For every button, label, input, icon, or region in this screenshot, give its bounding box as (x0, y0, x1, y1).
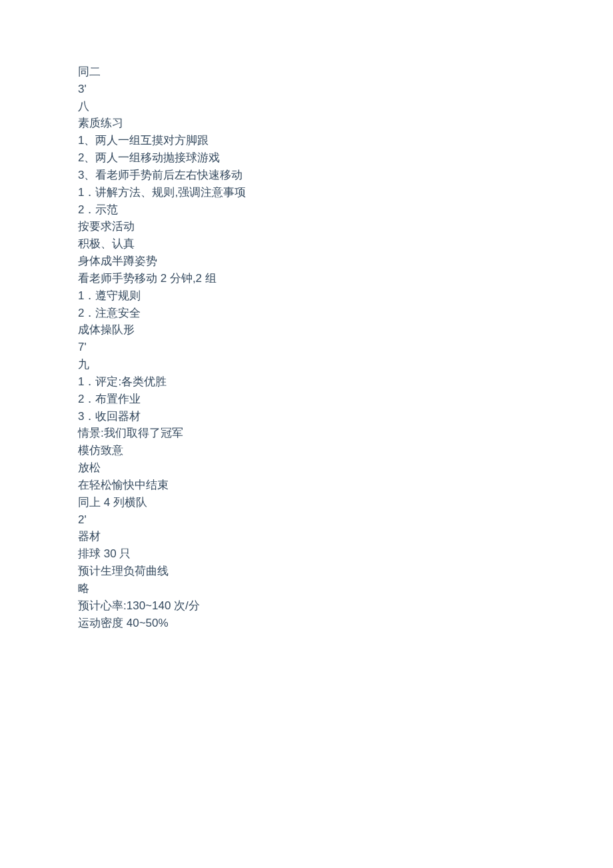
text-line: 预计心率:130~140 次/分 (78, 597, 613, 615)
text-line: 1．评定:各类优胜 (78, 373, 613, 391)
text-line: 2' (78, 511, 613, 529)
text-line: 1．讲解方法、规则,强调注意事项 (78, 184, 613, 201)
text-line: 身体成半蹲姿势 (78, 253, 613, 270)
text-line: 放松 (78, 459, 613, 477)
text-line: 积极、认真 (78, 235, 613, 253)
document-body: 同二 3' 八 素质练习 1、两人一组互摸对方脚跟 2、两人一组移动抛接球游戏 … (78, 63, 613, 631)
text-line: 同二 (78, 63, 613, 81)
text-line: 看老师手势移动 2 分钟,2 组 (78, 270, 613, 287)
text-line: 器材 (78, 528, 613, 545)
text-line: 1．遵守规则 (78, 287, 613, 305)
text-line: 按要求活动 (78, 218, 613, 235)
text-line: 2．注意安全 (78, 305, 613, 322)
text-line: 2．示范 (78, 201, 613, 219)
text-line: 素质练习 (78, 115, 613, 132)
text-line: 7' (78, 339, 613, 356)
text-line: 同上 4 列横队 (78, 494, 613, 511)
text-line: 略 (78, 580, 613, 597)
text-line: 情景:我们取得了冠军 (78, 425, 613, 442)
text-line: 1、两人一组互摸对方脚跟 (78, 132, 613, 149)
text-line: 3、看老师手势前后左右快速移动 (78, 167, 613, 184)
text-line: 排球 30 只 (78, 545, 613, 563)
text-line: 3．收回器材 (78, 408, 613, 425)
text-line: 3' (78, 81, 613, 98)
text-line: 成体操队形 (78, 321, 613, 339)
text-line: 2、两人一组移动抛接球游戏 (78, 149, 613, 167)
text-line: 预计生理负荷曲线 (78, 563, 613, 580)
text-line: 八 (78, 98, 613, 115)
text-line: 模仿致意 (78, 442, 613, 459)
text-line: 九 (78, 356, 613, 373)
text-line: 运动密度 40~50% (78, 615, 613, 632)
text-line: 在轻松愉快中结束 (78, 477, 613, 494)
text-line: 2．布置作业 (78, 391, 613, 408)
